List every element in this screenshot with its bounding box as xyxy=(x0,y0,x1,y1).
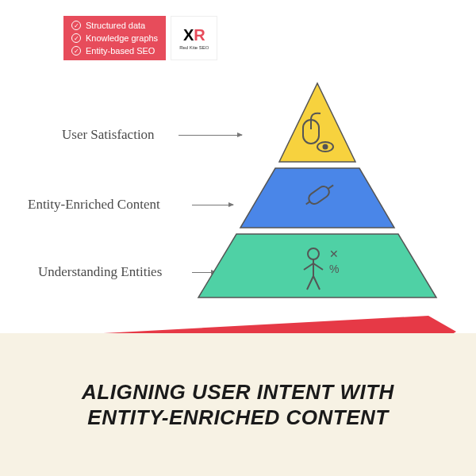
header: ✓ Structured data ✓ Knowledge graphs ✓ E… xyxy=(63,16,217,60)
svg-point-12 xyxy=(324,145,328,149)
feature-badges: ✓ Structured data ✓ Knowledge graphs ✓ E… xyxy=(63,16,166,60)
check-icon: ✓ xyxy=(71,33,81,43)
badge-label: Knowledge graphs xyxy=(86,33,158,43)
svg-marker-4 xyxy=(240,168,394,228)
title-section: ALIGNING USER INTENT WITH ENTITY-ENRICHE… xyxy=(0,333,476,476)
pyramid-layer-top xyxy=(279,83,355,162)
main-title: ALIGNING USER INTENT WITH ENTITY-ENRICHE… xyxy=(48,379,428,431)
badge-item: ✓ Entity-based SEO xyxy=(71,46,158,56)
pyramid-layer-bottom: ✕ % xyxy=(198,234,436,298)
badge-item: ✓ Knowledge graphs xyxy=(71,33,158,43)
pyramid-svg: ✕ % xyxy=(186,71,448,309)
layer-label-bottom: Understanding Entities xyxy=(38,264,162,280)
check-icon: ✓ xyxy=(71,21,81,30)
badge-label: Entity-based SEO xyxy=(86,46,155,56)
brand-logo: XR Red Kite SEO xyxy=(171,16,217,60)
badge-item: ✓ Structured data xyxy=(71,21,158,30)
pyramid-layer-middle xyxy=(240,168,394,228)
badge-label: Structured data xyxy=(86,21,145,30)
pyramid-diagram: User Satisfaction Entity-Enriched Conten… xyxy=(0,71,476,317)
logo-text: Red Kite SEO xyxy=(179,45,209,50)
svg-text:✕: ✕ xyxy=(329,248,339,260)
svg-text:%: % xyxy=(329,263,339,275)
check-icon: ✓ xyxy=(71,46,81,56)
logo-mark: XR xyxy=(183,26,205,44)
layer-label-middle: Entity-Enriched Content xyxy=(28,197,160,213)
layer-label-top: User Satisfaction xyxy=(62,127,155,143)
